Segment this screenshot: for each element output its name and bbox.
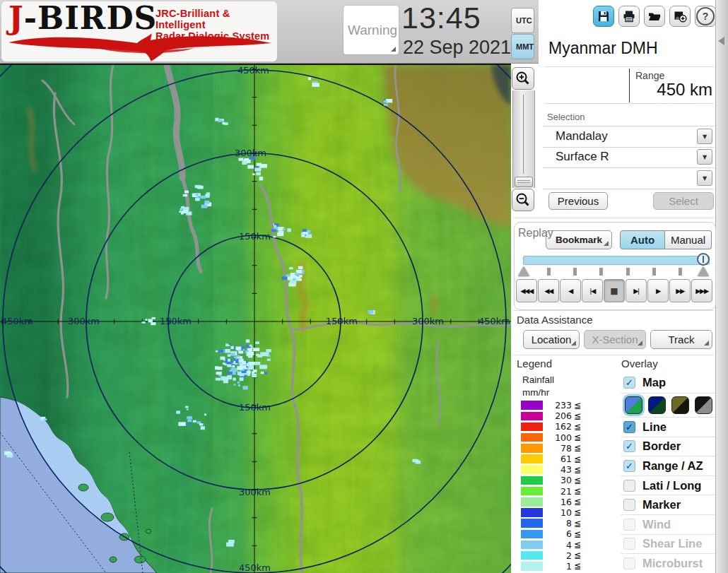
slider-tick	[679, 268, 682, 276]
zoom-slider-track[interactable]	[512, 90, 535, 188]
help-icon: ?	[696, 7, 715, 25]
legend-comparator: ≦	[574, 540, 581, 550]
eagle-logo-icon	[7, 33, 273, 62]
map-style-swatch-3[interactable]	[671, 396, 689, 414]
dropdown-site-value: Mandalay	[556, 129, 608, 143]
collapse-panel-arrow-icon[interactable]	[718, 37, 724, 45]
legend-value: 1	[546, 561, 572, 572]
ring-label: 300km	[239, 487, 271, 497]
play-reverse-button[interactable]: ◀	[560, 279, 581, 302]
legend-row: 4≦	[521, 539, 599, 550]
slider-range-end-marker[interactable]	[698, 266, 709, 276]
dropdown-product[interactable]: Surface R ▼	[543, 147, 714, 168]
save-button[interactable]	[593, 6, 614, 27]
clock-time: 13:45	[401, 1, 481, 35]
print-button[interactable]	[618, 6, 640, 27]
legend-value: 21	[546, 486, 572, 497]
zoom-in-icon	[515, 71, 531, 86]
legend-comparator: ≦	[574, 443, 581, 453]
forward-2x-button[interactable]: ▶▶	[669, 279, 691, 302]
overlay-row-map: ✓Map	[621, 372, 715, 394]
playback-controls: ◀◀◀◀◀◀|◀■▶|▶▶▶▶▶▶	[516, 279, 713, 302]
overlay-checkbox-map[interactable]: ✓	[623, 377, 635, 389]
legend-value: 4	[546, 540, 572, 550]
replay-label: Replay	[518, 227, 553, 240]
overlay-row-lati-long: Lati / Long	[621, 476, 715, 496]
location-button[interactable]: Location	[523, 330, 580, 349]
legend-swatch	[521, 444, 543, 453]
mmt-button[interactable]: MMT	[511, 34, 534, 59]
dropdown-extra[interactable]: ▼	[543, 168, 714, 189]
track-button[interactable]: Track	[650, 330, 712, 349]
replay-slider-handle[interactable]	[697, 253, 710, 266]
capture-button[interactable]	[669, 6, 691, 27]
legend-value: 8	[546, 518, 572, 528]
select-button[interactable]: Select	[653, 192, 714, 210]
zoom-out-button[interactable]	[512, 189, 534, 211]
legend-comparator: ≦	[574, 561, 581, 571]
legend-comparator: ≦	[574, 411, 581, 421]
legend-swatch	[521, 476, 543, 485]
slider-tick	[599, 268, 603, 276]
ring-label: 450km	[237, 65, 269, 76]
brand-rest: -BIRDS	[24, 0, 158, 36]
legend-row: 233≦	[521, 400, 599, 410]
previous-button[interactable]: Previous	[548, 192, 608, 210]
chevron-down-icon[interactable]: ▼	[697, 149, 712, 165]
map-style-swatch-1[interactable]	[625, 396, 642, 414]
auto-mode-button[interactable]: Auto	[620, 230, 665, 249]
help-button[interactable]: ?	[695, 6, 716, 27]
utc-button[interactable]: UTC	[511, 8, 534, 33]
legend-value: 61	[546, 454, 572, 464]
chevron-down-icon[interactable]: ▼	[697, 170, 712, 186]
bookmark-button[interactable]: Bookmark	[546, 230, 612, 249]
overlay-checkbox-line[interactable]: ✓	[623, 421, 635, 433]
forward-3x-button[interactable]: ▶▶▶	[691, 279, 712, 302]
replay-slider-track[interactable]	[523, 256, 710, 265]
manual-mode-button[interactable]: Manual	[665, 230, 712, 249]
radar-map[interactable]: 450km300km150km450km300km150km150km300km…	[0, 63, 511, 573]
warning-button[interactable]: Warning	[344, 6, 399, 54]
overlay-checkbox-border[interactable]: ✓	[623, 440, 635, 452]
station-name: Myanmar DMH	[548, 39, 658, 58]
legend-swatch	[521, 519, 543, 528]
legend-value: 30	[546, 475, 572, 485]
ring-label: 150km	[160, 316, 192, 326]
zoom-slider-thumb[interactable]	[515, 177, 533, 187]
legend-row: 30≦	[521, 475, 599, 485]
overlay-checkbox-marker[interactable]	[623, 499, 635, 511]
play-button[interactable]: ▶	[647, 279, 669, 302]
x-section-button[interactable]: X-Section	[584, 330, 646, 349]
map-zoom-control	[510, 67, 536, 211]
zoom-in-button[interactable]	[512, 67, 534, 90]
legend-value: 16	[546, 497, 572, 507]
overlay-row-shear-line: Shear Line	[621, 535, 715, 555]
legend-row: 78≦	[521, 443, 599, 454]
slider-range-start-marker[interactable]	[518, 266, 529, 276]
ring-label: 150km	[239, 402, 271, 413]
legend-swatch	[521, 487, 543, 496]
stop-button[interactable]: ■	[604, 279, 625, 302]
legend-swatch	[521, 423, 543, 432]
rewind-3x-button[interactable]: ◀◀◀	[516, 279, 537, 302]
main-toolbar: ?	[593, 6, 716, 27]
overlay-option-label: Lati / Long	[642, 479, 701, 492]
overlay-row-microburst: Microburst	[621, 554, 715, 573]
overlay-option-label: Range / AZ	[642, 459, 703, 473]
map-style-swatch-4[interactable]	[695, 396, 712, 414]
legend-comparator: ≦	[574, 422, 581, 432]
legend-comparator: ≦	[574, 486, 581, 496]
overlay-row-marker: Marker	[621, 495, 715, 515]
legend-row: 206≦	[521, 410, 599, 421]
step-forward-button[interactable]: ▶|	[626, 279, 647, 302]
overlay-checkbox-lati-long[interactable]	[623, 480, 635, 492]
map-style-swatch-2[interactable]	[648, 396, 666, 414]
dropdown-site[interactable]: Mandalay ▼	[543, 126, 714, 148]
open-file-button[interactable]	[644, 6, 665, 27]
step-back-button[interactable]: |◀	[582, 279, 603, 302]
slider-tick	[547, 268, 551, 276]
rewind-2x-button[interactable]: ◀◀	[538, 279, 559, 302]
selection-label: Selection	[547, 112, 585, 122]
overlay-checkbox-range-az[interactable]: ✓	[623, 460, 635, 472]
chevron-down-icon[interactable]: ▼	[697, 129, 712, 144]
